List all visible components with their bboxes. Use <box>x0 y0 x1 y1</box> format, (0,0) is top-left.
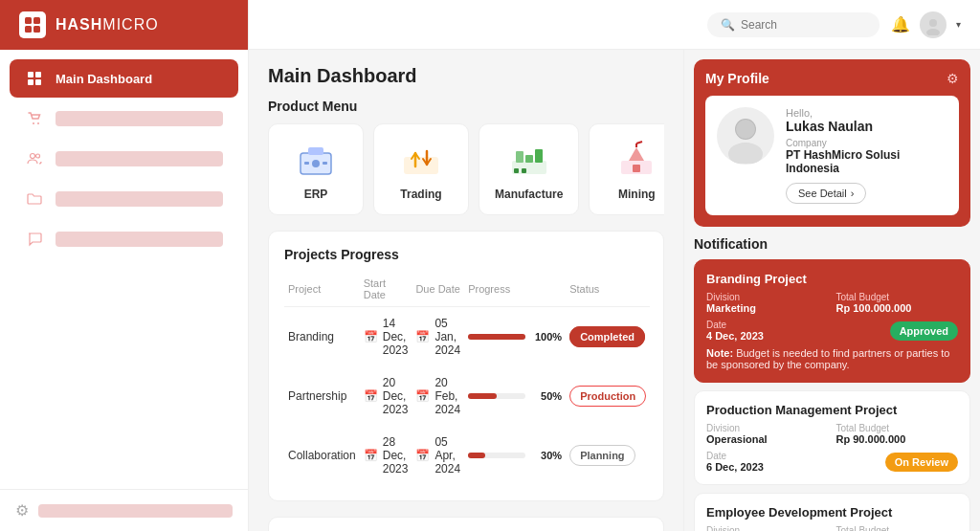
notif-status-badge[interactable]: On Review <box>885 453 958 472</box>
product-card-manufacture[interactable]: Manufacture <box>479 123 579 215</box>
svg-rect-19 <box>404 157 438 174</box>
col-progress: Progress <box>464 272 566 307</box>
right-panel: My Profile ⚙ Hello, Lukas Nau <box>683 50 980 531</box>
profile-section-title: My Profile <box>705 71 769 86</box>
topbar-icons: 🔔 ▾ <box>891 11 961 38</box>
notif-title: Branding Project <box>706 272 958 286</box>
notification-bell-icon[interactable]: 🔔 <box>891 15 910 33</box>
notification-section: Notification Branding Project Division M… <box>684 236 980 531</box>
search-input[interactable] <box>741 18 865 32</box>
status-cell[interactable]: Completed <box>566 307 650 367</box>
users-icon <box>25 149 44 168</box>
notifications-list: Branding Project Division Marketing Tota… <box>694 259 970 531</box>
notif-budget-label: Total Budget Rp 90.000.000 <box>836 423 959 445</box>
notif-budget-label: Total Budget Rp 100.000.000 <box>836 292 959 314</box>
sidebar-item-users[interactable] <box>10 140 238 178</box>
svg-point-36 <box>736 120 755 139</box>
notif-footer: Date 4 Dec, 2023 Approved <box>706 320 958 342</box>
settings-icon[interactable]: ⚙ <box>15 501 29 520</box>
sidebar-item-dashboard[interactable]: Main Dashboard <box>10 59 238 98</box>
sidebar-nav: Main Dashboard <box>0 50 248 489</box>
svg-rect-5 <box>35 72 41 77</box>
notification-card: Production Management Project Division O… <box>694 390 970 485</box>
product-label-trading: Trading <box>400 188 441 201</box>
logo-icon <box>19 11 46 38</box>
svg-rect-2 <box>25 26 32 33</box>
col-start: Start Date <box>360 272 412 307</box>
sidebar-item-chat[interactable] <box>10 220 238 258</box>
svg-point-16 <box>312 160 320 167</box>
svg-point-12 <box>929 19 937 27</box>
sidebar-placeholder-shopping <box>56 111 223 126</box>
svg-rect-3 <box>33 26 40 33</box>
col-project: Project <box>284 272 360 307</box>
notif-division-label: Division Operasional <box>706 423 829 445</box>
settings-gear-icon[interactable]: ⚙ <box>947 71 959 86</box>
table-row: Collaboration 📅28 Dec, 2023 📅05 Apr, 202… <box>284 426 650 485</box>
trading-icon <box>400 138 442 180</box>
notif-grid: Division Marketing Total Budget Rp 100.0… <box>706 292 958 314</box>
calendar-icon: 📅 <box>364 449 378 462</box>
main-content: 🔍 🔔 ▾ Main Dashboard Product Menu <box>249 0 980 531</box>
svg-rect-6 <box>28 79 33 85</box>
sidebar-item-folder[interactable] <box>10 180 238 218</box>
product-card-trading[interactable]: Trading <box>373 123 469 215</box>
start-date: 📅14 Dec, 2023 <box>360 307 412 367</box>
calendar-icon: 📅 <box>364 389 378 403</box>
svg-rect-7 <box>35 79 41 85</box>
due-date: 📅05 Apr, 2024 <box>412 426 464 485</box>
product-menu: ERP Trading <box>268 123 664 215</box>
profile-info: Hello, Lukas Naulan Company PT HashMicro… <box>786 107 947 204</box>
avatar-large <box>717 107 774 165</box>
avatar[interactable] <box>920 11 947 38</box>
projects-card: Projects Progress Project Start Date Due… <box>268 231 664 501</box>
chevron-down-icon[interactable]: ▾ <box>956 19 961 30</box>
content-area: Main Dashboard Product Menu <box>249 50 980 531</box>
notification-card: Employee Development Project Division HR… <box>694 493 970 531</box>
notification-title: Notification <box>694 236 970 252</box>
sidebar-item-label-dashboard: Main Dashboard <box>56 72 152 86</box>
progress-cell: 30% <box>464 426 566 485</box>
notif-status-badge[interactable]: Approved <box>890 321 958 341</box>
dashboard-main: Main Dashboard Product Menu <box>249 50 683 531</box>
status-badge[interactable]: Planning <box>569 445 635 466</box>
product-card-erp[interactable]: ERP <box>268 123 364 215</box>
chevron-right-icon: › <box>851 188 855 199</box>
notif-footer: Date 6 Dec, 2023 On Review <box>706 451 958 473</box>
profile-header: My Profile ⚙ <box>705 71 959 86</box>
svg-point-8 <box>33 122 34 124</box>
svg-rect-27 <box>633 165 640 172</box>
sidebar-item-shopping[interactable] <box>10 100 238 138</box>
notification-card: Branding Project Division Marketing Tota… <box>694 259 970 383</box>
see-detail-button[interactable]: See Detail › <box>786 183 866 204</box>
project-name: Branding <box>284 307 360 367</box>
chat-icon <box>25 230 44 249</box>
notif-title: Production Management Project <box>706 403 958 417</box>
search-icon: 🔍 <box>721 18 735 32</box>
sidebar-footer-placeholder <box>38 504 233 518</box>
svg-rect-1 <box>33 17 40 24</box>
status-badge[interactable]: Production <box>569 386 646 407</box>
product-label-erp: ERP <box>304 188 328 201</box>
project-name: Collaboration <box>284 426 360 485</box>
svg-point-11 <box>36 154 40 158</box>
sidebar: HASHMICRO Main Dashboard <box>0 0 249 531</box>
calendar-icon: 📅 <box>415 330 430 343</box>
search-box[interactable]: 🔍 <box>707 12 880 37</box>
notif-division-label: Division Marketing <box>706 292 829 314</box>
calendar-icon: 📅 <box>364 330 378 343</box>
svg-rect-4 <box>28 72 33 77</box>
profile-hello: Hello, <box>786 107 947 119</box>
status-badge[interactable]: Completed <box>569 326 645 347</box>
status-cell[interactable]: Planning <box>566 426 650 485</box>
grid-icon <box>25 69 44 88</box>
notif-date: Date 4 Dec, 2023 <box>706 320 764 342</box>
sidebar-footer: ⚙ <box>0 489 248 531</box>
col-status: Status <box>566 272 650 307</box>
topbar: 🔍 🔔 ▾ <box>249 0 980 50</box>
svg-rect-23 <box>535 149 543 163</box>
svg-rect-25 <box>522 168 526 173</box>
svg-rect-15 <box>308 147 323 155</box>
status-cell[interactable]: Production <box>566 366 650 426</box>
product-card-mining[interactable]: Mining <box>589 123 664 215</box>
